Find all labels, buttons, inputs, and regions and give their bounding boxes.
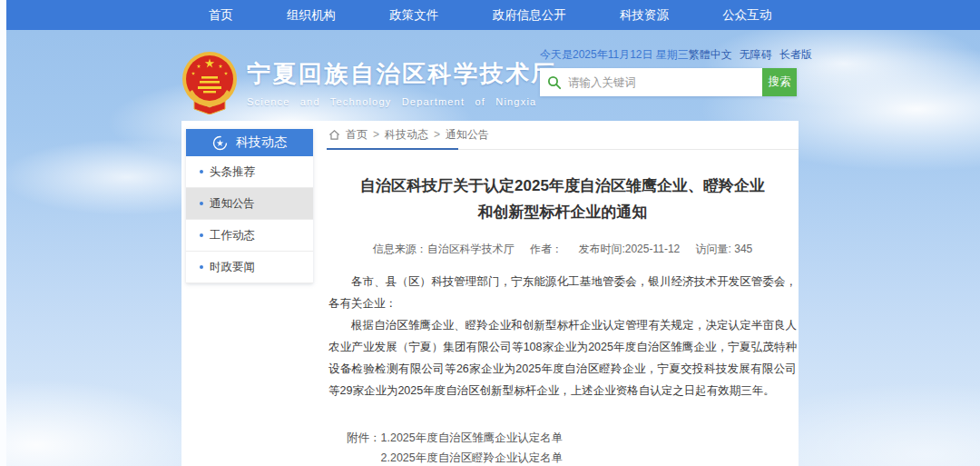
main-content: 首页 > 科技动态 > 通知公告 自治区科技厅关于认定2025年度自治区雏鹰企业… xyxy=(327,121,799,466)
quick-links: 繁體中文 无障碍 长者版 xyxy=(689,47,812,63)
sidebar-header[interactable]: 科技动态 xyxy=(186,129,313,156)
current-date: 今天是2025年11月12日 星期三 xyxy=(540,47,689,63)
article-title: 自治区科技厅关于认定2025年度自治区雏鹰企业、瞪羚企业 和创新型标杆企业的通知 xyxy=(327,174,799,226)
nav-item-organization[interactable]: 组织机构 xyxy=(287,7,336,24)
left-edge-strip xyxy=(0,0,6,466)
attachment-link-2[interactable]: 2.2025年度自治区瞪羚企业认定名单 xyxy=(381,448,597,466)
search-input-wrap xyxy=(540,68,762,96)
bullet-dot-icon xyxy=(200,170,203,174)
bullet-dot-icon xyxy=(200,202,203,205)
article-title-line1: 自治区科技厅关于认定2025年度自治区雏鹰企业、瞪羚企业 xyxy=(327,174,799,200)
nav-item-sci-tech-resources[interactable]: 科技资源 xyxy=(620,7,669,24)
sidebar-item-headline-recommend[interactable]: 头条推荐 xyxy=(186,156,313,188)
article-body: 各市、县（区）科技管理部门，宁东能源化工基地管委会，银川经济技术开发区管委会，各… xyxy=(327,271,799,402)
breadcrumb-notices[interactable]: 通知公告 xyxy=(446,127,489,143)
sidebar-item-label: 工作动态 xyxy=(210,228,255,243)
header-right: 今天是2025年11月12日 星期三 繁體中文 无障碍 长者版 搜索 xyxy=(540,47,797,96)
breadcrumb-divider xyxy=(327,148,799,150)
breadcrumb-home[interactable]: 首页 xyxy=(346,127,368,143)
top-navigation-items: 首页 组织机构 政策文件 政府信息公开 科技资源 公众互动 xyxy=(181,0,799,30)
breadcrumb-sci-tech-news[interactable]: 科技动态 xyxy=(385,127,428,143)
site-subtitle: Science and Technology Department of Nin… xyxy=(247,96,557,107)
article-meta: 信息来源：自治区科学技术厅 作者： 发布时间:2025-11-12 访问量: 3… xyxy=(327,242,799,257)
search-icon xyxy=(547,75,562,90)
site-title: 宁夏回族自治区科学技术厅 xyxy=(247,58,557,90)
content-wrapper: 科技动态 头条推荐 通知公告 工作动态 时政要闻 xyxy=(181,121,799,466)
sidebar: 科技动态 头条推荐 通知公告 工作动态 时政要闻 xyxy=(186,129,313,283)
site-title-block: 宁夏回族自治区科学技术厅 Science and Technology Depa… xyxy=(247,58,557,107)
sidebar-item-work-updates[interactable]: 工作动态 xyxy=(186,220,313,252)
bullet-dot-icon xyxy=(200,265,203,269)
breadcrumb-separator: > xyxy=(373,128,379,141)
article-title-line2: 和创新型标杆企业的通知 xyxy=(327,200,799,226)
sidebar-item-label: 时政要闻 xyxy=(210,260,255,275)
home-icon xyxy=(328,129,340,141)
star-circle-icon xyxy=(212,135,228,151)
attachments-section: 附件： 1.2025年度自治区雏鹰企业认定名单 2.2025年度自治区瞪羚企业认… xyxy=(347,428,799,466)
bullet-dot-icon xyxy=(200,233,203,237)
article-paragraph: 各市、县（区）科技管理部门，宁东能源化工基地管委会，银川经济技术开发区管委会，各… xyxy=(328,271,797,314)
sidebar-title: 科技动态 xyxy=(236,134,287,151)
sidebar-item-notices[interactable]: 通知公告 xyxy=(186,188,313,220)
meta-author: 作者： xyxy=(530,243,563,255)
page-background: 首页 组织机构 政策文件 政府信息公开 科技资源 公众互动 宁夏回族自治区科学技… xyxy=(0,0,980,466)
breadcrumb: 首页 > 科技动态 > 通知公告 xyxy=(327,121,799,148)
attachments-list: 1.2025年度自治区雏鹰企业认定名单 2.2025年度自治区瞪羚企业认定名单 … xyxy=(381,428,597,466)
attachments-label: 附件： xyxy=(347,428,381,466)
sidebar-item-label: 头条推荐 xyxy=(210,164,255,180)
search-bar: 搜索 xyxy=(540,68,797,96)
search-input[interactable] xyxy=(568,76,762,89)
attachment-link-1[interactable]: 1.2025年度自治区雏鹰企业认定名单 xyxy=(381,428,597,448)
sidebar-item-political-news[interactable]: 时政要闻 xyxy=(186,252,313,283)
sidebar-item-label: 通知公告 xyxy=(210,196,255,212)
nav-item-gov-info-disclosure[interactable]: 政府信息公开 xyxy=(493,7,566,24)
meta-visits: 访问量: 345 xyxy=(696,243,753,255)
national-emblem-logo xyxy=(181,51,239,114)
meta-source: 信息来源：自治区科学技术厅 xyxy=(373,243,514,255)
meta-publish-date: 发布时间:2025-11-12 xyxy=(578,243,680,255)
link-traditional-chinese[interactable]: 繁體中文 xyxy=(689,47,732,63)
top-navigation-bar: 首页 组织机构 政策文件 政府信息公开 科技资源 公众互动 xyxy=(6,0,980,30)
nav-item-policy-documents[interactable]: 政策文件 xyxy=(389,7,438,24)
article-paragraph: 根据自治区雏鹰企业、瞪羚企业和创新型标杆企业认定管理有关规定，决定认定半亩良人农… xyxy=(328,314,797,402)
link-senior-version[interactable]: 长者版 xyxy=(779,47,812,63)
link-accessibility[interactable]: 无障碍 xyxy=(740,47,772,63)
breadcrumb-separator: > xyxy=(434,128,440,141)
date-row: 今天是2025年11月12日 星期三 繁體中文 无障碍 长者版 xyxy=(540,47,797,62)
nav-item-home[interactable]: 首页 xyxy=(209,7,233,24)
search-button[interactable]: 搜索 xyxy=(762,68,797,96)
nav-item-public-interaction[interactable]: 公众互动 xyxy=(722,7,771,24)
